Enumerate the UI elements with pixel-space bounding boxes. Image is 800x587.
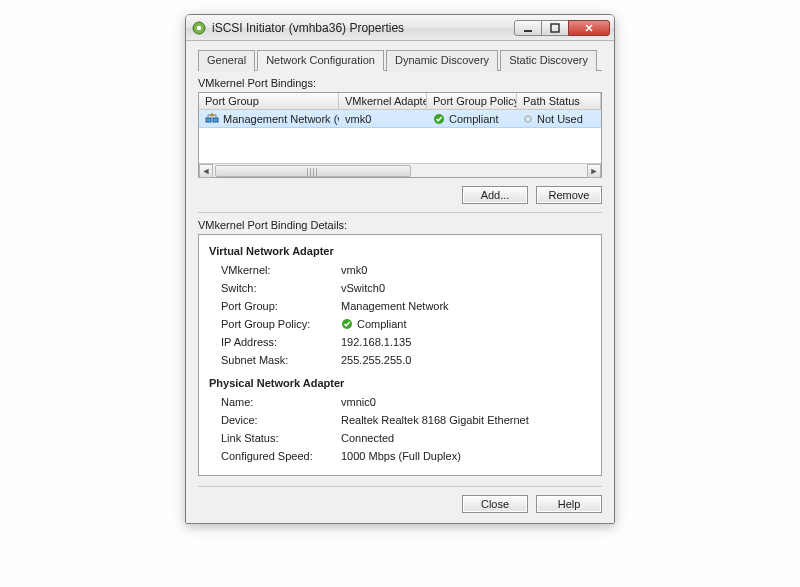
- tab-static-discovery[interactable]: Static Discovery: [500, 50, 597, 71]
- cell-vmkernel-adapter: vmk0: [339, 113, 427, 125]
- portgroup-label: Port Group:: [221, 297, 341, 315]
- col-port-group[interactable]: Port Group: [199, 93, 339, 109]
- divider: [198, 212, 602, 213]
- svg-rect-4: [206, 118, 211, 122]
- tab-network-config[interactable]: Network Configuration: [257, 50, 384, 71]
- help-button[interactable]: Help: [536, 495, 602, 513]
- window-title: iSCSI Initiator (vmhba36) Properties: [212, 21, 509, 35]
- switch-label: Switch:: [221, 279, 341, 297]
- port-bindings-grid[interactable]: Port Group VMkernel Adapter Port Group P…: [198, 92, 602, 178]
- col-port-group-policy[interactable]: Port Group Policy: [427, 93, 517, 109]
- cell-path-status: Not Used: [517, 113, 601, 125]
- grid-header[interactable]: Port Group VMkernel Adapter Port Group P…: [199, 93, 601, 110]
- col-vmkernel-adapter[interactable]: VMkernel Adapter: [339, 93, 427, 109]
- svg-rect-3: [551, 24, 559, 32]
- grid-body: Management Network (v... vmk0 Compliant: [199, 110, 601, 163]
- check-circle-icon: [341, 318, 353, 330]
- dialog-footer: Close Help: [198, 486, 602, 513]
- physical-adapter-heading: Physical Network Adapter: [209, 377, 591, 389]
- maximize-button[interactable]: [541, 20, 569, 36]
- svg-point-6: [211, 113, 213, 115]
- switch-value: vSwitch0: [341, 279, 591, 297]
- portgroup-value: Management Network: [341, 297, 591, 315]
- check-circle-icon: [433, 113, 445, 125]
- titlebar[interactable]: iSCSI Initiator (vmhba36) Properties: [186, 15, 614, 41]
- app-icon: [192, 21, 206, 35]
- svg-rect-2: [524, 30, 532, 32]
- remove-button[interactable]: Remove: [536, 186, 602, 204]
- cell-port-group: Management Network (v...: [199, 113, 339, 125]
- binding-details-panel: Virtual Network Adapter VMkernel:vmk0 Sw…: [198, 234, 602, 476]
- cell-policy-text: Compliant: [449, 113, 499, 125]
- svg-point-8: [525, 116, 531, 122]
- svg-point-1: [197, 25, 201, 29]
- vmkernel-value: vmk0: [341, 261, 591, 279]
- status-dot-icon: [523, 114, 533, 124]
- add-button[interactable]: Add...: [462, 186, 528, 204]
- policy-label: Port Group Policy:: [221, 315, 341, 333]
- subnet-label: Subnet Mask:: [221, 351, 341, 369]
- subnet-value: 255.255.255.0: [341, 351, 591, 369]
- close-dialog-button[interactable]: Close: [462, 495, 528, 513]
- vmkernel-label: VMkernel:: [221, 261, 341, 279]
- tab-dynamic-discovery[interactable]: Dynamic Discovery: [386, 50, 498, 71]
- cell-policy: Compliant: [427, 113, 517, 125]
- close-button[interactable]: [568, 20, 610, 36]
- ip-value: 192.168.1.135: [341, 333, 591, 351]
- properties-dialog: iSCSI Initiator (vmhba36) Properties Gen…: [185, 14, 615, 524]
- phys-name-value: vmnic0: [341, 393, 591, 411]
- policy-value-text: Compliant: [357, 315, 407, 333]
- ip-label: IP Address:: [221, 333, 341, 351]
- link-status-value: Connected: [341, 429, 591, 447]
- scroll-left-arrow-icon[interactable]: ◄: [199, 164, 213, 178]
- client-area: General Network Configuration Dynamic Di…: [186, 41, 614, 523]
- link-status-label: Link Status:: [221, 429, 341, 447]
- cell-path-text: Not Used: [537, 113, 583, 125]
- svg-rect-5: [213, 118, 218, 122]
- port-bindings-label: VMkernel Port Bindings:: [198, 77, 602, 89]
- phys-name-label: Name:: [221, 393, 341, 411]
- binding-buttons: Add... Remove: [198, 186, 602, 204]
- table-row[interactable]: Management Network (v... vmk0 Compliant: [199, 110, 601, 128]
- device-label: Device:: [221, 411, 341, 429]
- network-adapter-icon: [205, 113, 219, 125]
- tab-bar: General Network Configuration Dynamic Di…: [198, 49, 602, 71]
- scroll-thumb[interactable]: [215, 165, 411, 177]
- device-value: Realtek Realtek 8168 Gigabit Ethernet: [341, 411, 591, 429]
- speed-label: Configured Speed:: [221, 447, 341, 465]
- cell-vmk-text: vmk0: [345, 113, 371, 125]
- cell-port-group-text: Management Network (v...: [223, 113, 339, 125]
- tab-general[interactable]: General: [198, 50, 255, 71]
- col-path-status[interactable]: Path Status: [517, 93, 601, 109]
- speed-value: 1000 Mbps (Full Duplex): [341, 447, 591, 465]
- binding-details-label: VMkernel Port Binding Details:: [198, 219, 602, 231]
- virtual-adapter-heading: Virtual Network Adapter: [209, 245, 591, 257]
- horizontal-scrollbar[interactable]: ◄ ►: [199, 163, 601, 177]
- scroll-right-arrow-icon[interactable]: ►: [587, 164, 601, 178]
- minimize-button[interactable]: [514, 20, 542, 36]
- window-controls: [515, 20, 610, 36]
- policy-value: Compliant: [341, 315, 591, 333]
